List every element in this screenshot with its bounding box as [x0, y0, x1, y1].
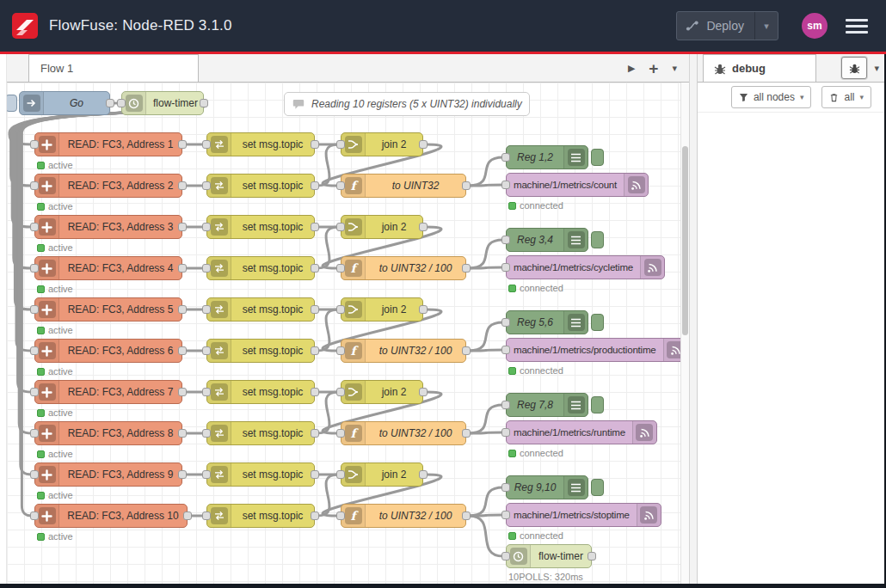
output-port[interactable] — [200, 99, 208, 107]
output-port[interactable] — [178, 346, 187, 355]
input-port[interactable] — [336, 346, 345, 355]
input-port[interactable] — [30, 511, 39, 520]
output-port[interactable] — [311, 429, 319, 438]
node-change-s5[interactable]: set msg.topic — [206, 297, 315, 322]
output-port[interactable] — [178, 140, 187, 149]
node-debug-d5[interactable]: Reg 9,10 — [506, 475, 588, 499]
output-port[interactable] — [419, 305, 428, 314]
node-change-s4[interactable]: set msg.topic — [206, 256, 315, 280]
input-port[interactable] — [202, 346, 211, 355]
output-port[interactable] — [311, 223, 319, 231]
output-port[interactable] — [311, 140, 319, 149]
output-port[interactable] — [178, 305, 187, 314]
input-port[interactable] — [30, 470, 39, 479]
node-debug-d1[interactable]: Reg 1,2 — [506, 145, 588, 169]
node-debug-d4[interactable]: Reg 7,8 — [506, 393, 588, 417]
input-port[interactable] — [202, 223, 211, 231]
debug-enable-button[interactable] — [591, 314, 604, 331]
node-inject-go[interactable]: Go — [19, 91, 110, 115]
node-function-f3[interactable]: fto UINT32 / 100 — [341, 339, 466, 363]
wire[interactable] — [469, 185, 503, 186]
input-port[interactable] — [30, 181, 39, 190]
input-port[interactable] — [336, 470, 345, 479]
add-flow-button[interactable]: + — [649, 60, 658, 77]
output-port[interactable] — [178, 181, 187, 190]
node-function-f4[interactable]: fto UINT32 / 100 — [341, 421, 466, 445]
input-port[interactable] — [202, 511, 211, 520]
node-read-r7[interactable]: READ: FC3, Address 7active — [34, 380, 182, 404]
sidebar-caret-icon[interactable]: ▾ — [874, 63, 879, 74]
node-mqtt-m4[interactable]: machine/1/metrics/runtimeconnected — [506, 420, 657, 444]
input-port[interactable] — [336, 429, 345, 438]
node-flowtimer-ft_bot[interactable]: flow-timer10POLLS: 320ms — [506, 544, 592, 568]
input-port[interactable] — [30, 223, 39, 231]
input-port[interactable] — [501, 511, 510, 519]
output-port[interactable] — [419, 223, 428, 231]
input-port[interactable] — [202, 140, 211, 149]
input-port[interactable] — [501, 236, 510, 244]
debug-message-list[interactable] — [698, 113, 886, 585]
debug-enable-button[interactable] — [591, 149, 604, 166]
node-mqtt-m5[interactable]: machine/1/metrics/stoptimeconnected — [506, 503, 661, 527]
inject-trigger-button[interactable] — [7, 95, 17, 112]
node-change-s8[interactable]: set msg.topic — [206, 421, 315, 445]
output-port[interactable] — [419, 388, 428, 396]
output-port[interactable] — [178, 429, 187, 438]
input-port[interactable] — [501, 483, 510, 492]
debug-enable-button[interactable] — [591, 479, 604, 496]
input-port[interactable] — [336, 181, 345, 190]
node-change-s2[interactable]: set msg.topic — [206, 174, 315, 198]
input-port[interactable] — [202, 470, 211, 479]
input-port[interactable] — [202, 429, 211, 438]
sidebar-splitter[interactable] — [689, 54, 698, 584]
node-mqtt-m2[interactable]: machine/1/metrics/cycletimeconnected — [506, 255, 665, 279]
node-join-j3[interactable]: join 2 — [341, 297, 423, 322]
debug-enable-button[interactable] — [591, 396, 604, 413]
output-port[interactable] — [462, 429, 471, 438]
input-port[interactable] — [336, 140, 345, 149]
debug-toggle-button[interactable] — [841, 57, 867, 79]
flow-list-caret-icon[interactable]: ▾ — [672, 63, 677, 74]
input-port[interactable] — [501, 346, 510, 354]
wire[interactable] — [469, 267, 503, 268]
input-port[interactable] — [501, 181, 510, 189]
output-port[interactable] — [311, 346, 319, 355]
input-port[interactable] — [117, 99, 126, 107]
node-join-j5[interactable]: join 2 — [341, 462, 423, 487]
output-port[interactable] — [462, 346, 471, 355]
wire[interactable] — [469, 405, 503, 433]
node-debug-d2[interactable]: Reg 3,4 — [506, 228, 588, 252]
input-port[interactable] — [202, 264, 211, 273]
scrollbar-thumb[interactable] — [682, 146, 688, 335]
input-port[interactable] — [30, 346, 39, 355]
input-port[interactable] — [336, 264, 345, 273]
input-port[interactable] — [336, 305, 345, 314]
output-port[interactable] — [462, 511, 471, 520]
node-debug-d3[interactable]: Reg 5,6 — [506, 310, 588, 334]
node-change-s6[interactable]: set msg.topic — [206, 339, 315, 363]
wire[interactable] — [469, 487, 503, 516]
filter-nodes-dropdown[interactable]: all nodes ▾ — [731, 86, 812, 108]
input-port[interactable] — [501, 153, 510, 162]
node-comment-cmt[interactable]: Reading 10 registers (5 x UINT32) indivi… — [284, 92, 530, 116]
output-port[interactable] — [588, 552, 596, 560]
input-port[interactable] — [30, 429, 39, 438]
node-change-s10[interactable]: set msg.topic — [206, 504, 315, 528]
output-port[interactable] — [178, 264, 187, 273]
output-port[interactable] — [178, 388, 187, 396]
output-port[interactable] — [311, 181, 319, 190]
wire[interactable] — [469, 157, 503, 186]
user-avatar[interactable]: sm — [802, 13, 828, 39]
input-port[interactable] — [336, 511, 345, 520]
node-mqtt-m3[interactable]: machine/1/metrics/productiontimeconnecte… — [506, 338, 680, 362]
input-port[interactable] — [336, 223, 345, 231]
node-join-j1[interactable]: join 2 — [341, 132, 423, 156]
node-read-r1[interactable]: READ: FC3, Address 1active — [34, 132, 182, 156]
node-read-r3[interactable]: READ: FC3, Address 3active — [34, 215, 182, 239]
node-function-f5[interactable]: fto UINT32 / 100 — [341, 504, 466, 528]
deploy-button[interactable]: Deploy ▾ — [676, 11, 778, 40]
clear-messages-dropdown[interactable]: all ▾ — [821, 86, 871, 108]
input-port[interactable] — [202, 388, 211, 396]
output-port[interactable] — [419, 140, 428, 149]
output-port[interactable] — [106, 99, 114, 107]
